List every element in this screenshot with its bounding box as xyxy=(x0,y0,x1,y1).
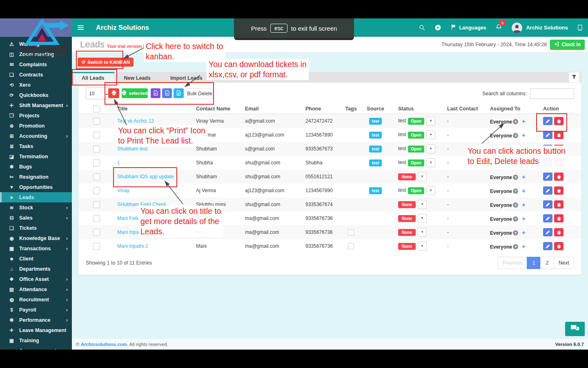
sidebar-item-accounting[interactable]: ⊞Accounting› xyxy=(0,131,72,141)
row-checkbox[interactable] xyxy=(93,159,100,166)
status-dropdown[interactable]: ▾ xyxy=(426,117,435,126)
status-dropdown[interactable]: ▾ xyxy=(426,130,435,139)
lead-title-link[interactable]: Shubham test xyxy=(117,146,147,152)
sidebar-item-performance[interactable]: ☸Performance› xyxy=(0,315,72,325)
row-checkbox[interactable] xyxy=(93,229,100,236)
assign-plus-button[interactable]: + xyxy=(522,173,526,180)
row-checkbox[interactable] xyxy=(93,173,100,180)
sidebar-item-training[interactable]: ▣Training xyxy=(0,335,72,346)
footer-link[interactable]: Archizsolutions.com. xyxy=(81,342,128,347)
tab-all-leads[interactable]: All Leads xyxy=(72,72,114,83)
delete-button[interactable] xyxy=(554,200,564,209)
status-dropdown[interactable]: ▾ xyxy=(418,214,427,223)
sidebar-item-attendance[interactable]: ▤Attendance› xyxy=(0,284,72,294)
sidebar-item-xero[interactable]: ⟲Xero xyxy=(0,80,72,90)
delete-button[interactable] xyxy=(554,173,564,181)
search-icon[interactable] xyxy=(419,25,425,31)
sidebar-item-warning[interactable]: ⚠Warning xyxy=(0,39,72,49)
row-checkbox[interactable] xyxy=(93,146,100,153)
status-dropdown[interactable]: ▾ xyxy=(426,144,435,153)
edit-button[interactable] xyxy=(543,228,552,236)
assign-plus-button[interactable]: + xyxy=(522,118,526,125)
sidebar-item-quickbooks[interactable]: ⟳Quickbooks xyxy=(0,90,72,100)
edit-button[interactable] xyxy=(543,214,552,222)
lead-title-link[interactable]: Mani tripathi xyxy=(117,229,144,235)
delete-button[interactable] xyxy=(554,117,564,125)
row-checkbox[interactable] xyxy=(93,187,100,194)
delete-button[interactable] xyxy=(554,228,564,236)
sidebar-item-recruitment[interactable]: ◍Recruitment› xyxy=(0,294,72,305)
sidebar-item-tasks[interactable]: ≣Tasks xyxy=(0,141,72,151)
export-pdf-button[interactable] xyxy=(174,88,184,98)
edit-button[interactable] xyxy=(543,242,552,250)
sidebar-item-resignation[interactable]: ✂Resignation xyxy=(0,172,72,182)
search-all-columns-input[interactable] xyxy=(530,88,574,99)
sidebar-item-opportunities[interactable]: ▼Opportunities xyxy=(0,182,72,192)
status-dropdown[interactable]: ▾ xyxy=(426,158,435,167)
status-dropdown[interactable]: ▾ xyxy=(418,242,427,251)
tag-checkbox[interactable] xyxy=(348,229,354,236)
sidebar-item-promotion[interactable]: ⊕Promotion xyxy=(0,121,72,131)
switch-to-kanban-button[interactable]: ↺ Switch to KANBAN xyxy=(78,58,134,67)
delete-button[interactable] xyxy=(554,242,564,250)
chat-button[interactable] xyxy=(565,322,585,336)
row-checkbox[interactable] xyxy=(93,243,100,250)
tab-new-leads[interactable]: New Leads xyxy=(114,72,160,83)
filter-button[interactable] xyxy=(568,72,580,83)
sidebar-item-sales[interactable]: ⊟Sales› xyxy=(0,213,72,223)
assign-plus-button[interactable]: + xyxy=(522,201,526,208)
status-dropdown[interactable]: ▾ xyxy=(418,172,427,181)
assign-plus-button[interactable]: + xyxy=(522,187,526,194)
edit-button[interactable] xyxy=(543,117,552,125)
tablet-icon[interactable] xyxy=(578,25,582,31)
assign-plus-button[interactable]: + xyxy=(522,159,526,166)
lead-title-link[interactable]: Shubham IOS app update xyxy=(117,174,174,180)
row-checkbox[interactable] xyxy=(93,215,100,222)
sidebar-item-leads[interactable]: ➤Leads xyxy=(0,192,72,202)
lead-title-link[interactable]: Test vk Archiz 12 xyxy=(117,118,154,124)
edit-button[interactable] xyxy=(543,159,552,167)
sidebar-item-payroll[interactable]: $Payroll› xyxy=(0,305,72,315)
tag-checkbox[interactable] xyxy=(348,243,354,249)
status-dropdown[interactable]: ▾ xyxy=(418,228,427,237)
delete-button[interactable] xyxy=(554,159,564,167)
sidebar-item-bugs[interactable]: ✱Bugs xyxy=(0,162,72,172)
lead-title-link[interactable]: Mani tripathi 2 xyxy=(117,243,148,249)
edit-button[interactable] xyxy=(543,186,552,195)
assign-plus-button[interactable]: + xyxy=(522,146,526,153)
delete-button[interactable] xyxy=(554,145,564,153)
tab-import-leads[interactable]: Import Leads xyxy=(160,72,212,83)
sidebar-item-contracts[interactable]: ❏Contracts xyxy=(0,70,72,80)
row-checkbox[interactable] xyxy=(93,118,100,125)
row-checkbox[interactable] xyxy=(93,132,100,139)
notifications-button[interactable]: 1 xyxy=(496,24,502,31)
add-icon[interactable] xyxy=(435,25,441,31)
assign-plus-button[interactable]: + xyxy=(522,243,526,250)
edit-button[interactable] xyxy=(543,131,552,139)
status-dropdown[interactable]: ▾ xyxy=(418,200,427,209)
status-dropdown[interactable]: ▾ xyxy=(426,186,435,195)
export-xlsx-button[interactable] xyxy=(151,88,160,98)
page-previous-button[interactable]: Previous xyxy=(498,257,528,269)
select-all-checkbox[interactable] xyxy=(93,105,100,112)
assign-plus-button[interactable]: + xyxy=(522,229,526,236)
page-2-button[interactable]: 2 xyxy=(540,257,554,269)
print-selected-button[interactable]: selected xyxy=(122,88,148,98)
row-checkbox[interactable] xyxy=(93,201,100,208)
user-menu[interactable]: Archiz Solutions xyxy=(512,22,568,33)
sidebar-item-knowledge-base[interactable]: ◉Knowledge Base› xyxy=(0,233,72,243)
lead-title-link[interactable]: A xyxy=(117,132,120,138)
export-csv-button[interactable] xyxy=(162,88,172,98)
edit-button[interactable] xyxy=(543,200,552,209)
sidebar-item-complaints[interactable]: ✉Complaints xyxy=(0,59,72,70)
menu-icon[interactable] xyxy=(78,25,84,30)
sidebar-item-departments[interactable]: ⌂Departments xyxy=(0,264,72,274)
sidebar-item-office-asset[interactable]: ❖Office Asset› xyxy=(0,274,72,284)
assign-plus-button[interactable]: + xyxy=(522,215,526,222)
sidebar-item-projects[interactable]: ❐Projects xyxy=(0,110,72,121)
delete-button[interactable] xyxy=(554,186,564,195)
lead-title-link[interactable]: 1 xyxy=(117,160,120,166)
delete-button[interactable] xyxy=(554,214,564,222)
sidebar-item-zoom-meeting[interactable]: ◫Zoom meeting xyxy=(0,49,72,59)
page-1-button[interactable]: 1 xyxy=(527,257,541,269)
